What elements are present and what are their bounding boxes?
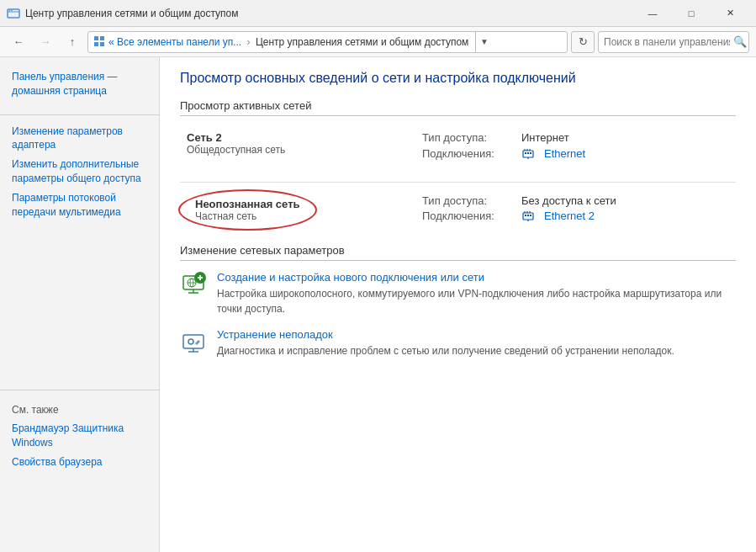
network-name-1: Сеть 2 — [187, 131, 409, 144]
sidebar-links-section: Изменение параметров адаптера Изменить д… — [0, 122, 159, 222]
ethernet-link-2[interactable]: Ethernet 2 — [544, 210, 595, 222]
troubleshoot-link[interactable]: Устранение неполадок — [217, 328, 736, 341]
new-connection-text: Создание и настройка нового подключения … — [217, 271, 736, 316]
network-access-row-1: Тип доступа: Интернет — [422, 131, 729, 144]
search-icon[interactable]: 🔍 — [733, 35, 747, 48]
settings-section: Изменение сетевых параметров — [180, 244, 736, 358]
change-settings-header: Изменение сетевых параметров — [180, 244, 736, 261]
search-input[interactable] — [604, 36, 730, 48]
sidebar-divider-2 — [0, 390, 159, 390]
network-connection-row-1: Подключения: — [422, 146, 729, 161]
sidebar-item-sharing[interactable]: Изменить дополнительные параметры общего… — [0, 155, 159, 188]
network-divider — [180, 182, 736, 183]
connection-label-2: Подключения: — [422, 210, 515, 222]
svg-point-3 — [11, 9, 13, 11]
access-label-1: Тип доступа: — [422, 131, 515, 144]
address-bar-grid-icon — [93, 35, 105, 49]
new-connection-desc: Настройка широкополосного, коммутируемог… — [217, 286, 736, 316]
main-layout: Панель управления — домашняя страница Из… — [0, 57, 756, 552]
network-info-cell-1: Тип доступа: Интернет Подключения: — [415, 126, 736, 168]
sidebar: Панель управления — домашняя страница Из… — [0, 57, 160, 552]
maximize-button[interactable]: □ — [672, 0, 711, 27]
network-table-2: Неопознанная сеть Частная сеть Тип досту… — [180, 189, 736, 231]
network-name-cell-1: Сеть 2 Общедоступная сеть — [180, 126, 415, 168]
svg-rect-23 — [530, 215, 531, 216]
sidebar-home-section: Панель управления — домашняя страница — [0, 67, 159, 101]
page-title: Просмотр основных сведений о сети и наст… — [180, 71, 736, 86]
troubleshoot-text: Устранение неполадок Диагностика и испра… — [217, 328, 736, 358]
ethernet-link-1[interactable]: Ethernet — [544, 147, 585, 160]
network-type-2: Частная сеть — [195, 210, 300, 222]
breadcrumb-part2: Центр управления сетями и общим доступом — [256, 36, 469, 48]
connection-label-1: Подключения: — [422, 147, 515, 160]
network-info-cell-2: Тип доступа: Без доступа к сети Подключе… — [415, 189, 736, 231]
network-connection-row-2: Подключения: — [422, 210, 729, 224]
search-bar[interactable]: 🔍 — [598, 31, 749, 53]
title-bar-title: Центр управления сетями и общим доступом — [25, 8, 633, 19]
breadcrumb-part1[interactable]: « Все элементы панели уп... — [108, 36, 241, 48]
network-row-1: Сеть 2 Общедоступная сеть Тип доступа: И… — [180, 126, 736, 168]
network-table-1: Сеть 2 Общедоступная сеть Тип доступа: И… — [180, 126, 736, 168]
active-networks-header: Просмотр активных сетей — [180, 99, 736, 116]
svg-rect-14 — [527, 152, 529, 154]
new-connection-icon — [180, 271, 207, 298]
address-bar[interactable]: « Все элементы панели уп... › Центр упра… — [87, 31, 568, 53]
troubleshoot-icon — [180, 328, 207, 355]
network-name-cell-2: Неопознанная сеть Частная сеть — [180, 189, 415, 231]
svg-rect-21 — [525, 215, 526, 216]
svg-point-36 — [188, 339, 193, 344]
sidebar-divider-1 — [0, 114, 159, 115]
address-breadcrumb: « Все элементы панели уп... › Центр упра… — [108, 36, 468, 48]
access-label-2: Тип доступа: — [422, 194, 515, 207]
back-button[interactable]: ← — [7, 30, 30, 54]
access-value-2: Без доступа к сети — [521, 194, 616, 207]
access-value-1: Интернет — [521, 131, 569, 144]
sidebar-also-label: См. также — [0, 397, 159, 419]
network-name-2: Неопознанная сеть — [195, 198, 300, 210]
svg-rect-4 — [94, 36, 98, 40]
svg-rect-7 — [100, 42, 104, 46]
svg-rect-6 — [94, 42, 98, 46]
network-type-1: Общедоступная сеть — [187, 144, 409, 156]
up-button[interactable]: ↑ — [61, 30, 84, 54]
close-button[interactable]: ✕ — [711, 0, 749, 27]
sidebar-home-link[interactable]: Панель управления — домашняя страница — [0, 67, 159, 101]
toolbar: ← → ↑ « Все элементы панели уп... › Цент… — [0, 27, 756, 57]
network-access-row-2: Тип доступа: Без доступа к сети — [422, 194, 729, 207]
network-row-2: Неопознанная сеть Частная сеть Тип досту… — [180, 189, 736, 231]
forward-button[interactable]: → — [34, 30, 57, 54]
ethernet-icon-2 — [521, 210, 537, 224]
refresh-button[interactable]: ↻ — [571, 31, 595, 53]
ethernet-icon-1 — [521, 146, 537, 161]
settings-item-new-connection: Создание и настройка нового подключения … — [180, 271, 736, 316]
minimize-button[interactable]: — — [633, 0, 672, 27]
sidebar-item-media[interactable]: Параметры потоковой передачи мультимедиа — [0, 188, 159, 222]
svg-rect-13 — [525, 152, 526, 154]
sidebar-item-firewall[interactable]: Брандмауэр Защитника Windows — [0, 419, 159, 453]
svg-rect-5 — [100, 36, 104, 40]
address-chevron[interactable]: ▼ — [475, 31, 492, 53]
sidebar-item-browser[interactable]: Свойства браузера — [0, 453, 159, 472]
title-bar: Центр управления сетями и общим доступом… — [0, 0, 756, 27]
unrecognized-network-wrapper: Неопознанная сеть Частная сеть — [187, 194, 309, 226]
svg-point-2 — [9, 9, 11, 11]
settings-item-troubleshoot: Устранение неполадок Диагностика и испра… — [180, 328, 736, 358]
sidebar-item-adapter[interactable]: Изменение параметров адаптера — [0, 122, 159, 156]
title-bar-buttons: — □ ✕ — [633, 0, 749, 27]
title-bar-icon — [7, 7, 20, 20]
svg-rect-22 — [527, 215, 529, 216]
content-area: Просмотр основных сведений о сети и наст… — [160, 57, 756, 552]
svg-rect-15 — [530, 152, 531, 154]
new-connection-link[interactable]: Создание и настройка нового подключения … — [217, 271, 736, 284]
troubleshoot-desc: Диагностика и исправление проблем с сеть… — [217, 343, 736, 358]
